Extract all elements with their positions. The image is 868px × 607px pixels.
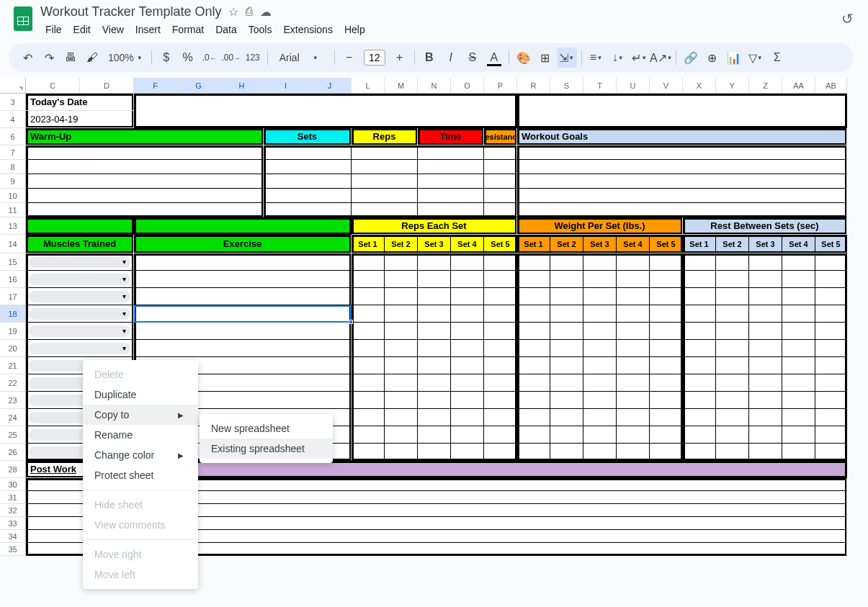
cell[interactable] [782, 444, 815, 461]
label-set4-reps[interactable]: Set 4 [451, 235, 484, 253]
cell[interactable] [451, 374, 484, 392]
cell[interactable] [418, 203, 484, 217]
cell[interactable] [782, 305, 815, 323]
cell[interactable] [815, 409, 847, 426]
cell[interactable] [451, 357, 484, 374]
row-header-8[interactable]: 8 [0, 160, 25, 174]
cell[interactable] [352, 357, 385, 374]
row-header-30[interactable]: 30 [0, 478, 25, 491]
cell[interactable] [583, 271, 617, 288]
move-icon[interactable]: ⎙ [246, 5, 253, 19]
menu-file[interactable]: File [40, 21, 67, 38]
col-header-T[interactable]: T [583, 78, 617, 93]
cell[interactable] [782, 288, 815, 305]
fontsize-inc-button[interactable]: + [390, 48, 410, 68]
cell[interactable] [815, 323, 847, 340]
row-header-20[interactable]: 20 [0, 340, 25, 357]
cell[interactable] [517, 160, 847, 174]
cell[interactable] [650, 253, 683, 271]
menu-insert[interactable]: Insert [130, 21, 166, 38]
cell[interactable] [418, 357, 451, 374]
row-header-10[interactable]: 10 [0, 189, 25, 203]
cell[interactable] [716, 323, 749, 340]
cell[interactable] [617, 357, 650, 374]
chart-button[interactable]: 📊 [724, 48, 744, 68]
decimal-dec-button[interactable]: .0← [200, 48, 220, 68]
label-rest-between[interactable]: Rest Between Sets (sec) [683, 217, 847, 235]
col-header-N[interactable]: N [418, 78, 451, 93]
cell[interactable] [26, 160, 264, 174]
row-header-33[interactable]: 33 [0, 517, 25, 530]
cell[interactable] [352, 392, 385, 409]
cell[interactable] [352, 323, 385, 340]
cell[interactable] [650, 374, 683, 392]
undo-button[interactable]: ↶ [17, 48, 37, 68]
cell[interactable] [484, 409, 517, 426]
cell[interactable] [264, 145, 352, 160]
cell[interactable] [583, 323, 617, 340]
format-123-button[interactable]: 123 [243, 48, 263, 68]
cell[interactable] [617, 271, 650, 288]
label-set2-wt[interactable]: Set 2 [550, 235, 583, 253]
cell[interactable] [716, 253, 749, 271]
label-workout-goals[interactable]: Workout Goals [517, 128, 847, 145]
cell[interactable] [650, 426, 683, 444]
cell[interactable] [550, 323, 583, 340]
row-header-17[interactable]: 17 [0, 288, 25, 305]
cell[interactable] [451, 288, 484, 305]
cell[interactable] [683, 323, 716, 340]
cell[interactable] [418, 305, 451, 323]
value-date[interactable]: 2023-04-19 [26, 111, 134, 128]
cell[interactable] [352, 160, 418, 174]
cell[interactable] [484, 323, 517, 340]
cell[interactable] [617, 409, 650, 426]
cell[interactable] [782, 271, 815, 288]
cell[interactable] [782, 253, 815, 271]
cell[interactable] [683, 340, 716, 357]
label-set4-wt[interactable]: Set 4 [617, 235, 650, 253]
cell[interactable] [385, 409, 418, 426]
cell[interactable] [385, 357, 418, 374]
cell[interactable] [617, 374, 650, 392]
label-set5-reps[interactable]: Set 5 [484, 235, 517, 253]
cell[interactable] [749, 323, 782, 340]
cell[interactable] [352, 340, 385, 357]
cell[interactable] [484, 253, 517, 271]
cell[interactable] [683, 426, 716, 444]
label-resistance[interactable]: Resistance [484, 128, 517, 145]
row-header-13[interactable]: 13 [0, 217, 25, 235]
font-select[interactable]: Arial▼ [272, 52, 330, 63]
cell[interactable] [716, 288, 749, 305]
label-set3-wt[interactable]: Set 3 [583, 235, 617, 253]
comment-button[interactable]: ⊕ [702, 48, 722, 68]
bold-button[interactable]: B [419, 48, 439, 68]
cell[interactable] [749, 409, 782, 426]
cell[interactable] [716, 374, 749, 392]
cell[interactable] [749, 305, 782, 323]
cell[interactable] [264, 160, 352, 174]
cell[interactable] [815, 340, 847, 357]
cell[interactable] [517, 426, 550, 444]
col-header-X[interactable]: X [683, 78, 716, 93]
col-header-G[interactable]: G [177, 78, 220, 93]
cell[interactable] [26, 174, 264, 189]
exercise-cell-18[interactable] [134, 305, 352, 323]
col-header-Y[interactable]: Y [716, 78, 749, 93]
cell[interactable] [650, 271, 683, 288]
label-todays-date[interactable]: Today's Date [26, 94, 134, 111]
muscles-dropdown-20[interactable]: ▾ [26, 340, 134, 357]
cell[interactable] [550, 253, 583, 271]
cell[interactable] [716, 426, 749, 444]
cell[interactable] [385, 426, 418, 444]
menu-edit[interactable]: Edit [68, 21, 96, 38]
col-header-AB[interactable]: AB [815, 78, 847, 93]
row-header-28[interactable]: 28 [0, 461, 25, 478]
dropdown-chip[interactable]: ▾ [29, 291, 130, 302]
cell[interactable] [484, 189, 517, 203]
cell[interactable] [484, 174, 517, 189]
cell[interactable] [264, 203, 352, 217]
cell[interactable] [517, 374, 550, 392]
label-weight-per-set[interactable]: Weight Per Set (lbs.) [517, 217, 683, 235]
cell[interactable] [26, 145, 264, 160]
cell[interactable] [815, 271, 847, 288]
